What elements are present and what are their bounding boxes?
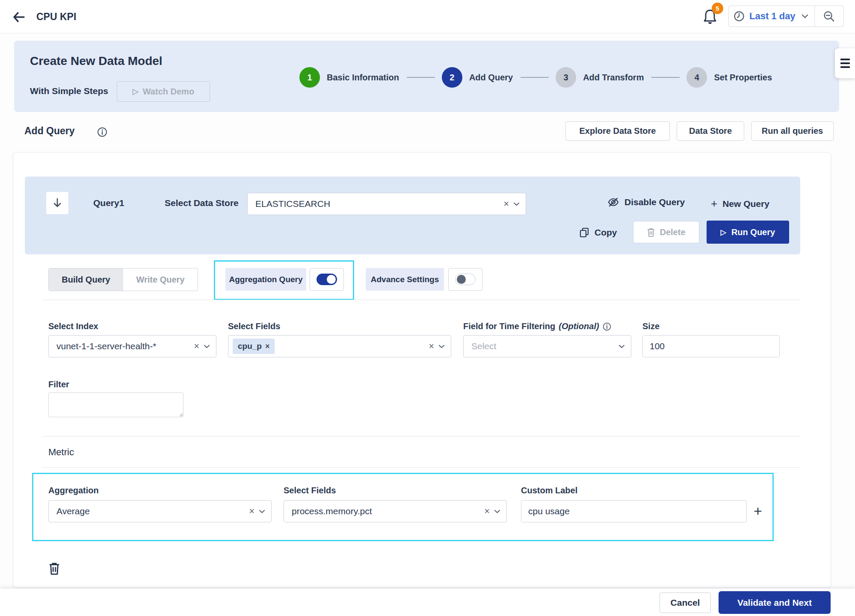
copy-label: Copy <box>595 227 617 238</box>
clear-icon[interactable]: × <box>425 341 438 352</box>
metric-section-title: Metric <box>48 447 74 458</box>
delete-label: Delete <box>660 227 685 237</box>
step-1-circle[interactable]: 1 <box>299 67 320 88</box>
new-query-button[interactable]: + New Query <box>711 197 769 210</box>
side-menu-hamburger-icon[interactable] <box>835 48 855 78</box>
watch-demo-label: Watch Demo <box>143 87 194 97</box>
collapse-query-button[interactable] <box>46 192 68 214</box>
query-header-band: Query1 Select Data Store ELASTICSEARCH ×… <box>25 177 800 254</box>
field-tag-label: cpu_p <box>238 342 262 351</box>
step-connector <box>407 77 435 78</box>
clock-icon <box>729 6 749 27</box>
select-data-store-label: Select Data Store <box>165 198 239 208</box>
info-icon[interactable] <box>603 322 611 331</box>
disable-query-button[interactable]: Disable Query <box>607 197 685 207</box>
time-filtering-select[interactable]: Select <box>463 335 631 357</box>
metric-fields-select[interactable]: process.memory.pct × <box>284 500 507 522</box>
remove-tag-icon[interactable]: × <box>265 342 270 351</box>
chevron-down-icon[interactable] <box>512 202 526 206</box>
notification-badge: 5 <box>712 3 723 14</box>
query-mode-tabs: Build Query Write Query <box>48 268 198 291</box>
time-range-value[interactable]: Last 1 day <box>749 11 796 22</box>
new-query-label: New Query <box>722 199 769 209</box>
select-index-label: Select Index <box>48 321 98 331</box>
custom-label-input[interactable] <box>521 500 747 522</box>
time-filtering-placeholder: Select <box>464 341 618 351</box>
banner-title: Create New Data Model <box>30 54 163 68</box>
info-icon[interactable] <box>97 127 108 138</box>
select-index-value: vunet-1-1-server-health-* <box>49 341 190 351</box>
aggregation-value: Average <box>49 506 246 516</box>
filter-label: Filter <box>48 380 69 389</box>
clear-icon[interactable]: × <box>190 341 203 352</box>
zoom-out-icon[interactable] <box>815 6 843 27</box>
time-filtering-label: Field for Time Filtering (Optional) <box>463 321 611 331</box>
play-icon: ▷ <box>721 228 726 237</box>
custom-label-label: Custom Label <box>521 486 577 495</box>
time-range-chevron-icon[interactable] <box>796 6 814 27</box>
back-arrow-icon[interactable] <box>11 9 27 25</box>
optional-text: (Optional) <box>559 321 599 331</box>
delete-metric-trash-icon[interactable] <box>47 561 62 576</box>
aggregation-label: Aggregation <box>48 486 99 495</box>
run-all-queries-button[interactable]: Run all queries <box>751 121 834 141</box>
step-4-label: Set Properties <box>714 73 772 83</box>
copy-icon <box>579 227 589 238</box>
field-tag: cpu_p × <box>233 339 275 354</box>
step-1-label: Basic Information <box>327 73 399 83</box>
banner-subtitle: With Simple Steps <box>30 86 108 96</box>
query-name: Query1 <box>93 198 124 208</box>
step-4-circle[interactable]: 4 <box>686 67 707 88</box>
validate-and-next-button[interactable]: Validate and Next <box>719 591 831 614</box>
aggregation-select[interactable]: Average × <box>48 500 272 522</box>
explore-data-store-button[interactable]: Explore Data Store <box>565 121 670 141</box>
disable-query-label: Disable Query <box>624 197 685 207</box>
chevron-down-icon[interactable] <box>203 345 216 348</box>
time-range-group: Last 1 day <box>728 6 844 27</box>
run-query-button[interactable]: ▷ Run Query <box>707 221 789 244</box>
copy-query-button[interactable]: Copy <box>579 227 617 238</box>
clear-icon[interactable]: × <box>246 506 258 517</box>
select-fields-field[interactable]: cpu_p × × <box>228 335 451 357</box>
tab-build-query[interactable]: Build Query <box>49 268 123 291</box>
eye-off-icon <box>607 197 619 207</box>
chevron-down-icon[interactable] <box>258 510 271 513</box>
delete-query-button[interactable]: Delete <box>633 221 699 243</box>
metric-fields-label: Select Fields <box>284 486 336 495</box>
data-store-select[interactable]: ELASTICSEARCH × <box>247 193 526 215</box>
watch-demo-button[interactable]: ▷ Watch Demo <box>117 81 210 102</box>
step-connector <box>521 77 549 78</box>
chevron-down-icon[interactable] <box>618 345 631 348</box>
cancel-button[interactable]: Cancel <box>660 592 711 613</box>
size-label: Size <box>642 321 660 331</box>
clear-icon[interactable]: × <box>481 506 493 517</box>
step-3-circle[interactable]: 3 <box>556 67 576 88</box>
tab-write-query[interactable]: Write Query <box>123 268 198 291</box>
divider <box>43 436 800 436</box>
time-filtering-label-text: Field for Time Filtering <box>463 321 555 331</box>
stepper: 1 Basic Information 2 Add Query 3 Add Tr… <box>299 64 832 91</box>
step-2-label: Add Query <box>469 73 513 83</box>
advance-settings-toggle[interactable] <box>448 268 482 291</box>
play-icon: ▷ <box>133 87 139 96</box>
chevron-down-icon[interactable] <box>493 510 506 513</box>
chevron-down-icon[interactable] <box>438 345 451 348</box>
aggregation-query-label: Aggregation Query <box>225 268 306 291</box>
step-3-label: Add Transform <box>583 73 644 83</box>
step-connector <box>651 77 680 78</box>
top-bar: CPU KPI 5 Last 1 day <box>0 0 855 33</box>
footer-bar: Cancel Validate and Next <box>0 589 855 616</box>
data-store-button[interactable]: Data Store <box>677 121 744 141</box>
select-index-field[interactable]: vunet-1-1-server-health-* × <box>48 335 216 357</box>
trash-icon <box>647 227 655 237</box>
aggregation-query-toggle[interactable] <box>310 268 344 291</box>
step-2-circle[interactable]: 2 <box>442 67 462 88</box>
add-metric-button[interactable]: + <box>754 504 762 518</box>
divider <box>43 300 800 300</box>
filter-textarea[interactable] <box>48 392 183 417</box>
size-input[interactable] <box>642 335 780 357</box>
section-title: Add Query <box>24 125 75 137</box>
page-title: CPU KPI <box>36 11 76 23</box>
clear-icon[interactable]: × <box>500 198 512 209</box>
divider <box>43 467 800 468</box>
